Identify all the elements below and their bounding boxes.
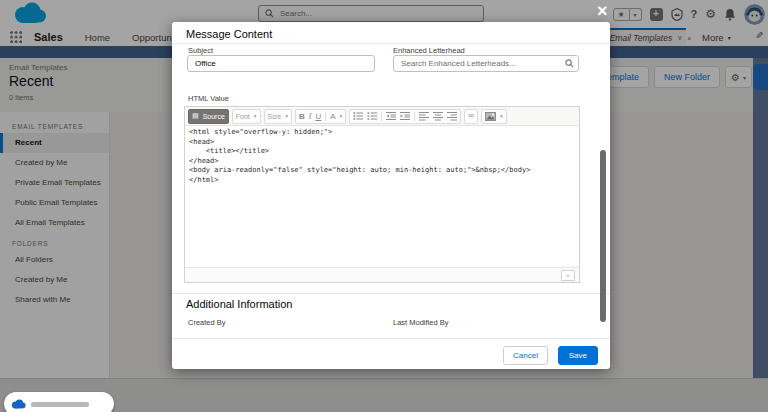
editor-toolbar: ▤ Source Font ▾ Size ▾ B I U A ▾ — [185, 107, 579, 126]
rich-text-editor: ▤ Source Font ▾ Size ▾ B I U A ▾ — [184, 106, 580, 283]
divider — [172, 338, 610, 339]
subject-label: Subject — [188, 46, 213, 55]
enhanced-letterhead-field — [393, 55, 579, 72]
created-by-label: Created By — [188, 318, 226, 327]
source-icon: ▤ — [192, 112, 199, 120]
format-group: B I U A ▾ — [295, 109, 346, 124]
editor-resize-button[interactable]: ‹› — [561, 270, 575, 281]
divider — [414, 112, 415, 121]
chevron-down-icon: ▾ — [285, 113, 288, 119]
section-title-additional-information: Additional Information — [186, 298, 292, 310]
divider — [325, 112, 326, 121]
paragraph-group — [349, 109, 461, 124]
editor-status-bar: ‹› — [185, 267, 579, 282]
screen: ★ ▾ + ? ⚙ — [0, 0, 768, 412]
search-icon — [565, 59, 574, 68]
save-button[interactable]: Save — [558, 346, 598, 365]
badge-text-placeholder — [31, 402, 89, 407]
italic-button[interactable]: I — [309, 112, 312, 121]
ordered-list-button[interactable] — [353, 111, 363, 121]
browser-extension-badge — [4, 392, 114, 412]
source-label: Source — [203, 113, 225, 120]
enhanced-letterhead-input[interactable] — [393, 55, 579, 72]
image-dropdown-button[interactable]: ▾ — [481, 109, 507, 124]
size-dropdown[interactable]: Size ▾ — [264, 109, 292, 124]
last-modified-by-label: Last Modified By — [393, 318, 448, 327]
align-left-button[interactable] — [419, 111, 429, 121]
indent-button[interactable] — [400, 111, 410, 121]
html-value-label: HTML Value — [188, 94, 229, 103]
outdent-button[interactable] — [386, 111, 396, 121]
divider — [172, 43, 610, 44]
chevron-down-icon: ▾ — [500, 113, 503, 119]
divider — [172, 293, 610, 294]
source-button[interactable]: ▤ Source — [188, 109, 229, 124]
enhanced-letterhead-label: Enhanced Letterhead — [393, 46, 465, 55]
bullet-list-button[interactable] — [367, 111, 377, 121]
subject-input[interactable] — [187, 55, 375, 72]
text-color-button[interactable]: A — [330, 112, 335, 121]
email-template-modal: Message Content Subject Enhanced Letterh… — [172, 22, 610, 369]
chevron-down-icon: ▾ — [254, 113, 257, 119]
cloud-icon — [11, 399, 26, 410]
link-button[interactable]: ∞ — [464, 109, 478, 124]
section-title-message-content: Message Content — [186, 28, 272, 40]
divider — [381, 112, 382, 121]
underline-button[interactable]: U — [315, 112, 321, 121]
cancel-button[interactable]: Cancel — [503, 346, 548, 365]
size-label: Size — [268, 113, 282, 120]
modal-scrollbar-thumb[interactable] — [600, 150, 606, 322]
align-center-button[interactable] — [433, 111, 443, 121]
modal-close-icon[interactable]: × — [597, 2, 608, 20]
align-right-button[interactable] — [447, 111, 457, 121]
chevron-down-icon: ▾ — [340, 113, 343, 119]
bold-button[interactable]: B — [299, 112, 305, 121]
link-icon: ∞ — [468, 112, 474, 120]
font-label: Font — [236, 113, 250, 120]
font-dropdown[interactable]: Font ▾ — [232, 109, 261, 124]
html-source-textarea[interactable]: <html style="overflow-y: hidden;"> <head… — [185, 126, 579, 267]
image-icon — [485, 112, 496, 121]
